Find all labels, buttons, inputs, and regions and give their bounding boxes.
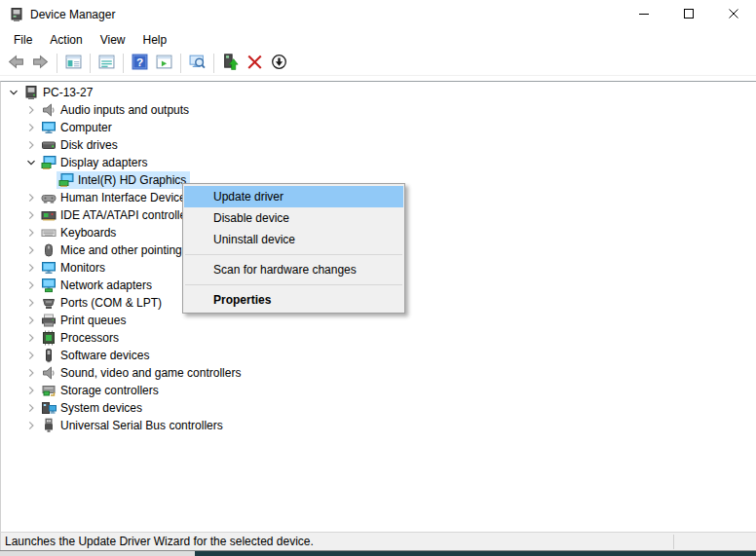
tree-node-display-adapters[interactable]: Display adapters <box>1 154 756 171</box>
close-button[interactable] <box>711 0 756 29</box>
node-body[interactable]: Print queues <box>39 312 130 329</box>
printer-icon <box>41 313 57 328</box>
node-label: Display adapters <box>60 156 147 170</box>
display-adapter-icon <box>41 155 57 170</box>
chevron-expanded-icon[interactable] <box>5 85 21 100</box>
sound-icon <box>41 365 57 381</box>
tree-node-software-devices[interactable]: Software devices <box>1 347 756 364</box>
chevron-collapsed-icon[interactable] <box>22 225 39 241</box>
chevron-collapsed-icon[interactable] <box>22 330 39 346</box>
properties-button[interactable] <box>94 52 119 75</box>
disable-device-button[interactable] <box>267 52 291 75</box>
update-driver-icon <box>222 54 239 73</box>
toolbar-separator <box>180 54 181 73</box>
menu-view[interactable]: View <box>92 29 134 51</box>
tree-node-system-devices[interactable]: System devices <box>1 399 756 417</box>
hid-icon <box>41 190 57 205</box>
toolbar-separator <box>213 54 214 73</box>
scan-for-hardware-changes-button[interactable] <box>185 52 209 75</box>
properties-icon <box>98 54 115 73</box>
node-body[interactable]: Human Interface Devices <box>39 189 196 206</box>
console-tree-icon <box>65 54 82 73</box>
chevron-collapsed-icon[interactable] <box>22 137 39 153</box>
node-label: Keyboards <box>60 226 116 241</box>
tree-node-computer[interactable]: Computer <box>1 119 756 136</box>
uninstall-device-button[interactable] <box>243 52 267 75</box>
action-pane-button[interactable] <box>152 52 176 75</box>
action-pane-icon <box>156 54 172 73</box>
context-menu-item-scan-for-hardware-changes[interactable]: Scan for hardware changes <box>184 259 403 280</box>
node-body[interactable]: Display adapters <box>39 154 151 171</box>
window-controls <box>622 0 756 29</box>
help-button[interactable]: ? <box>128 52 152 75</box>
node-body[interactable]: Storage controllers <box>39 382 163 399</box>
chevron-expanded-icon[interactable] <box>22 155 39 170</box>
chevron-placeholder <box>40 172 57 188</box>
menu-action[interactable]: Action <box>41 29 91 51</box>
back-icon <box>8 54 24 73</box>
node-body[interactable]: Keyboards <box>39 224 120 241</box>
tree-node-universal-serial-bus-controllers[interactable]: Universal Serial Bus controllers <box>1 417 756 434</box>
context-menu-item-uninstall-device[interactable]: Uninstall device <box>184 229 403 250</box>
context-menu-item-update-driver[interactable]: Update driver <box>184 186 403 207</box>
node-body[interactable]: Audio inputs and outputs <box>39 101 193 119</box>
node-label: Sound, video and game controllers <box>60 366 241 381</box>
node-body[interactable]: System devices <box>39 399 146 417</box>
storage-icon <box>41 383 57 398</box>
device-manager-icon <box>9 7 24 22</box>
toolbar: ? <box>0 51 756 76</box>
node-body[interactable]: Sound, video and game controllers <box>39 364 245 382</box>
bottom-edge-left <box>0 551 195 556</box>
tree-node-sound-video-and-game-controllers[interactable]: Sound, video and game controllers <box>1 364 756 382</box>
chevron-collapsed-icon[interactable] <box>22 102 39 118</box>
maximize-button[interactable] <box>666 0 711 29</box>
monitor-icon <box>41 120 57 135</box>
disk-icon <box>41 137 57 153</box>
chevron-collapsed-icon[interactable] <box>22 260 39 276</box>
tree-node-print-queues[interactable]: Print queues <box>1 312 756 329</box>
chevron-collapsed-icon[interactable] <box>22 418 39 433</box>
show-console-tree-button[interactable] <box>61 52 86 75</box>
mouse-icon <box>41 242 57 258</box>
chevron-collapsed-icon[interactable] <box>22 295 39 311</box>
tree-node-processors[interactable]: Processors <box>1 329 756 347</box>
chevron-collapsed-icon[interactable] <box>22 120 39 135</box>
chevron-collapsed-icon[interactable] <box>22 383 39 398</box>
tree-node-audio-inputs-and-outputs[interactable]: Audio inputs and outputs <box>1 101 756 119</box>
chevron-collapsed-icon[interactable] <box>22 400 39 416</box>
chevron-collapsed-icon[interactable] <box>22 348 39 363</box>
tree-node-disk-drives[interactable]: Disk drives <box>1 136 756 154</box>
update-driver-button[interactable] <box>218 52 243 75</box>
chevron-collapsed-icon[interactable] <box>22 242 39 258</box>
tree-node-pc-13-27[interactable]: PC-13-27 <box>1 84 756 101</box>
tree-node-storage-controllers[interactable]: Storage controllers <box>1 382 756 399</box>
node-body[interactable]: Processors <box>39 329 123 347</box>
menu-file[interactable]: File <box>5 29 41 51</box>
context-menu-item-disable-device[interactable]: Disable device <box>184 207 403 229</box>
context-menu-item-properties[interactable]: Properties <box>184 289 403 311</box>
chevron-collapsed-icon[interactable] <box>22 278 39 293</box>
selected-node-body[interactable]: Intel(R) HD Graphics <box>57 171 190 189</box>
minimize-button[interactable] <box>622 0 666 29</box>
node-label: Monitors <box>60 261 105 276</box>
node-body[interactable]: Disk drives <box>39 136 122 154</box>
chevron-collapsed-icon[interactable] <box>22 313 39 328</box>
node-body[interactable]: Universal Serial Bus controllers <box>39 417 227 434</box>
chevron-collapsed-icon[interactable] <box>22 207 39 223</box>
node-body[interactable]: IDE ATA/ATAPI controllers <box>39 206 200 224</box>
menu-help[interactable]: Help <box>134 29 176 51</box>
toolbar-separator <box>57 54 57 73</box>
window-title: Device Manager <box>30 8 115 21</box>
node-body[interactable]: PC-13-27 <box>21 84 96 101</box>
chevron-collapsed-icon[interactable] <box>22 365 39 381</box>
chevron-collapsed-icon[interactable] <box>22 190 39 205</box>
back-button[interactable] <box>4 52 28 75</box>
taskbar-sliver <box>195 551 756 556</box>
node-body[interactable]: Software devices <box>39 347 153 364</box>
node-body[interactable]: Computer <box>39 119 116 136</box>
node-body[interactable]: Monitors <box>39 259 109 277</box>
node-body[interactable]: Network adapters <box>39 277 156 294</box>
keyboard-icon <box>41 225 57 241</box>
forward-button[interactable] <box>28 52 53 75</box>
node-body[interactable]: Ports (COM & LPT) <box>39 294 166 312</box>
